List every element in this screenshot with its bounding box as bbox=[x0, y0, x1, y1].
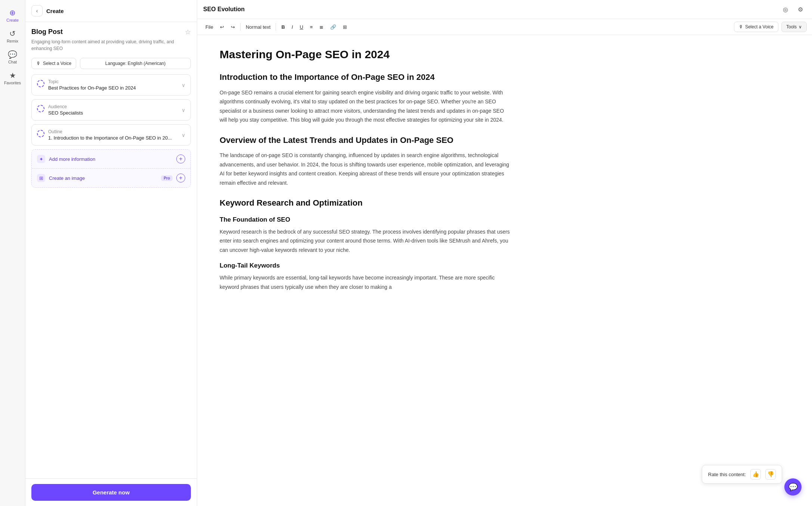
blog-post-description: Engaging long-form content aimed at prov… bbox=[31, 38, 191, 52]
chat-bubble-icon: 💬 bbox=[788, 482, 798, 491]
select-voice-button[interactable]: 🎙 Select a Voice bbox=[31, 58, 76, 69]
sidebar-item-create[interactable]: ⊕ Create bbox=[2, 6, 23, 25]
italic-button[interactable]: I bbox=[289, 22, 296, 32]
undo-button[interactable]: ↩ bbox=[217, 22, 227, 32]
editor-topbar: SEO Evolution ◎ ⚙ bbox=[197, 0, 812, 19]
left-navigation: ⊕ Create ↺ Remix 💬 Chat ★ Favorites bbox=[0, 0, 25, 506]
toolbar-sep-2 bbox=[276, 23, 276, 31]
target-icon[interactable]: ◎ bbox=[780, 4, 791, 15]
star-icon: ★ bbox=[9, 72, 16, 79]
topic-label: Topic bbox=[48, 79, 136, 84]
accordion-outline[interactable]: Outline 1. Introduction to the Importanc… bbox=[31, 124, 191, 146]
sidebar-item-remix-label: Remix bbox=[7, 39, 18, 43]
sidebar-item-create-label: Create bbox=[6, 18, 19, 22]
editor-title: SEO Evolution bbox=[203, 6, 777, 13]
settings-icon[interactable]: ⚙ bbox=[795, 4, 806, 15]
editor-toolbar: File ↩ ↪ Normal text B I U ≡ ≣ 🔗 ⊞ 🎙 Sel… bbox=[197, 19, 812, 35]
toolbar-voice-label: Select a Voice bbox=[745, 24, 774, 29]
chat-bubble-button[interactable]: 💬 bbox=[784, 478, 802, 496]
section-2-body: The landscape of on-page SEO is constant… bbox=[220, 151, 511, 187]
create-image-plus-button[interactable]: + bbox=[176, 174, 185, 182]
accordion-audience[interactable]: Audience SEO Specialists ∨ bbox=[31, 99, 191, 121]
topic-chevron-icon: ∨ bbox=[182, 82, 185, 88]
voice-icon: 🎙 bbox=[36, 61, 41, 66]
tools-button[interactable]: Tools ∨ bbox=[781, 22, 807, 32]
tools-chevron-icon: ∨ bbox=[799, 24, 802, 29]
back-button[interactable]: ‹ bbox=[31, 5, 43, 16]
sidebar-item-remix[interactable]: ↺ Remix bbox=[2, 27, 23, 46]
chat-icon: 💬 bbox=[8, 51, 17, 58]
panel-title: Create bbox=[46, 8, 191, 14]
create-icon: ⊕ bbox=[9, 9, 16, 16]
sidebar-item-favorites-label: Favorites bbox=[4, 81, 21, 85]
audience-spinner-icon bbox=[37, 105, 44, 112]
pro-badge: Pro bbox=[161, 175, 173, 181]
section-3-subheading: The Foundation of SEO bbox=[220, 216, 511, 224]
create-image-icon: ⊞ bbox=[37, 174, 45, 182]
toolbar-sep-1 bbox=[240, 23, 241, 31]
file-menu[interactable]: File bbox=[202, 22, 216, 32]
create-image-label: Create an image bbox=[49, 175, 156, 181]
bold-button[interactable]: B bbox=[278, 22, 288, 32]
section-3-subbody: Keyword research is the bedrock of any s… bbox=[220, 227, 511, 255]
action-rows: ✦ Add more information + ⊞ Create an ima… bbox=[31, 149, 191, 188]
section-1-body: On-page SEO remains a crucial element fo… bbox=[220, 88, 511, 125]
outline-chevron-icon: ∨ bbox=[182, 132, 185, 138]
numbered-list-button[interactable]: ≣ bbox=[316, 22, 326, 32]
editor-area: SEO Evolution ◎ ⚙ File ↩ ↪ Normal text B… bbox=[197, 0, 812, 506]
section-3-h3: Long-Tail Keywords bbox=[220, 262, 511, 269]
outline-value: 1. Introduction to the Importance of On-… bbox=[48, 135, 172, 141]
text-style-dropdown[interactable]: Normal text bbox=[243, 22, 273, 32]
outline-label: Outline bbox=[48, 129, 172, 134]
toolbar-voice-icon: 🎙 bbox=[739, 24, 743, 29]
section-1-heading: Introduction to the Importance of On-Pag… bbox=[220, 72, 511, 83]
sidebar-item-chat[interactable]: 💬 Chat bbox=[2, 48, 23, 67]
link-button[interactable]: 🔗 bbox=[327, 22, 339, 32]
section-2-heading: Overview of the Latest Trends and Update… bbox=[220, 135, 511, 146]
sidebar-item-favorites[interactable]: ★ Favorites bbox=[2, 69, 23, 88]
sidebar-item-chat-label: Chat bbox=[8, 60, 17, 64]
create-image-row[interactable]: ⊞ Create an image Pro + bbox=[32, 168, 190, 187]
section-3-h3body: While primary keywords are essential, lo… bbox=[220, 273, 511, 291]
generate-now-button[interactable]: Generate now bbox=[31, 484, 191, 501]
side-panel: ‹ Create Blog Post ☆ Engaging long-form … bbox=[25, 0, 197, 506]
remix-icon: ↺ bbox=[9, 30, 16, 37]
topic-spinner-icon bbox=[37, 80, 44, 87]
outline-spinner-icon bbox=[37, 130, 44, 137]
audience-label: Audience bbox=[48, 104, 83, 109]
bullet-list-button[interactable]: ≡ bbox=[307, 22, 316, 32]
redo-button[interactable]: ↪ bbox=[228, 22, 238, 32]
accordion-topic[interactable]: Topic Best Practices for On-Page SEO in … bbox=[31, 74, 191, 96]
editor-body[interactable]: Mastering On-Page SEO in 2024 Introducti… bbox=[197, 35, 533, 506]
add-info-icon: ✦ bbox=[37, 155, 45, 163]
voice-lang-row: 🎙 Select a Voice Language: English (Amer… bbox=[31, 58, 191, 69]
voice-btn-label: Select a Voice bbox=[43, 61, 71, 66]
toolbar-select-voice-button[interactable]: 🎙 Select a Voice bbox=[734, 22, 778, 32]
section-3-heading: Keyword Research and Optimization bbox=[220, 198, 511, 209]
rate-content-box: Rate this content: 👍 👎 bbox=[702, 465, 782, 484]
panel-footer: Generate now bbox=[25, 478, 197, 506]
tools-btn-label: Tools bbox=[786, 24, 797, 29]
panel-header: ‹ Create bbox=[25, 0, 197, 22]
blog-post-title: Blog Post bbox=[31, 28, 63, 36]
favorite-icon[interactable]: ☆ bbox=[185, 28, 191, 36]
topic-value: Best Practices for On-Page SEO in 2024 bbox=[48, 85, 136, 91]
thumbs-down-button[interactable]: 👎 bbox=[765, 469, 776, 480]
audience-chevron-icon: ∨ bbox=[182, 107, 185, 113]
article-title: Mastering On-Page SEO in 2024 bbox=[220, 47, 511, 62]
blog-post-header: Blog Post ☆ bbox=[31, 28, 191, 36]
sidebar-content: Blog Post ☆ Engaging long-form content a… bbox=[25, 22, 197, 478]
language-button[interactable]: Language: English (American) bbox=[80, 58, 191, 69]
audience-value: SEO Specialists bbox=[48, 110, 83, 116]
underline-button[interactable]: U bbox=[297, 22, 306, 32]
rate-label: Rate this content: bbox=[708, 472, 746, 477]
image-insert-button[interactable]: ⊞ bbox=[340, 22, 350, 32]
add-info-row[interactable]: ✦ Add more information + bbox=[32, 150, 190, 168]
language-btn-label: Language: English (American) bbox=[105, 61, 165, 66]
add-info-plus-button[interactable]: + bbox=[176, 154, 185, 163]
thumbs-up-button[interactable]: 👍 bbox=[750, 469, 761, 480]
add-info-label: Add more information bbox=[49, 156, 173, 162]
